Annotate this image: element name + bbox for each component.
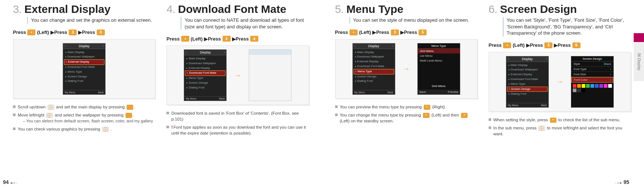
soft-key-icon: • <box>503 42 511 48</box>
svg-point-3 <box>49 115 50 116</box>
section-title: Screen Design <box>500 4 577 15</box>
section-number: 5. <box>335 4 344 15</box>
keypad-key-icon: 5 <box>419 29 427 35</box>
arrow-icon: → <box>234 71 241 80</box>
bullets: Scroll up/down and set the main display … <box>13 104 155 132</box>
phone-screen: Display Main Display Download Wallpaper … <box>352 43 395 95</box>
screenshot-box: Display Main Display Download Wallpaper … <box>489 52 631 112</box>
bullets: Downloaded font is saved in 'Font Box' o… <box>166 110 309 136</box>
section-desc: You can set the style of menu displayed … <box>349 17 478 24</box>
svg-point-7 <box>541 128 542 129</box>
soft-key-icon: • <box>550 118 557 123</box>
bullets: You can preview the menu type by pressin… <box>335 104 478 124</box>
keypad-key-icon: 3 <box>223 36 231 42</box>
soft-key-icon: • <box>424 105 430 110</box>
soft-key-icon: • <box>27 29 35 35</box>
section-5: 5. Menu Type You can set the style of me… <box>330 4 483 188</box>
press-instructions: Press • (Left) ▶Press 3 ▶Press 4 <box>166 36 309 42</box>
keypad-key-icon: 3 <box>391 29 399 35</box>
section-desc: You can connect to NATE and download all… <box>180 17 309 30</box>
keypad-key-icon: 4 <box>250 36 258 42</box>
keypad-key-icon: 6 <box>572 42 581 48</box>
phone-screen-nate <box>249 49 292 101</box>
keypad-key-icon: 3 <box>69 29 77 35</box>
nav-icon <box>102 127 109 132</box>
warning-icon: ! <box>171 125 173 129</box>
section-number: 6. <box>489 4 497 15</box>
screenshot-box: Display Main Display Download Wallpaper … <box>13 39 155 99</box>
section-4: 4. Download Font Mate You can connect to… <box>161 4 314 188</box>
ok-key-icon <box>125 113 132 118</box>
nav-icon <box>538 126 545 131</box>
soft-key-icon: • <box>423 113 430 118</box>
soft-key-icon: • <box>181 36 189 42</box>
page-number-left: 94 <box>3 179 18 185</box>
side-tab: 06 Display <box>634 33 644 81</box>
nav-icon <box>48 105 54 110</box>
screenshot-box: Display Main Display Download Wallpaper … <box>335 39 478 99</box>
section-desc: You can set 'Style', 'Font Type', 'Font … <box>503 17 631 36</box>
press-instructions: Press • (Left) ▶Press 3 ▶Press 5 <box>335 29 478 35</box>
arrow-icon: → <box>556 77 564 86</box>
svg-point-1 <box>50 107 51 108</box>
phone-screen: Display Main Display Download Wallpaper … <box>506 56 549 108</box>
soft-key-icon: • <box>461 113 468 118</box>
section-6: 6. Screen Design You can set 'Style', 'F… <box>483 4 637 188</box>
section-3: 3. External Display You can change and s… <box>7 4 161 188</box>
svg-point-5 <box>105 129 106 130</box>
ok-key-icon <box>127 105 133 110</box>
soft-key-icon: • <box>349 29 358 35</box>
press-instructions: Press • (Left) ▶Press 3 ▶Press 3 <box>13 29 155 35</box>
section-desc: You can change and set the graphics on e… <box>27 17 155 24</box>
phone-screen-screendesign: Screen Design StyleBlack Font Type› Font… <box>571 56 614 108</box>
arrow-icon: → <box>403 65 410 73</box>
bullets: When setting the style, press • to check… <box>489 117 631 137</box>
section-number: 3. <box>13 4 21 15</box>
phone-screen-menutype: Menu Type Grid Menu List Menu Multi Leve… <box>417 43 460 95</box>
section-title: External Display <box>24 4 110 15</box>
page-number-right: 95 <box>614 179 629 185</box>
phone-screen: Display Main Display Download Wallpaper … <box>184 49 227 101</box>
press-instructions: Press • (Left) ▶Press 3 ▶Press 6 <box>489 42 631 48</box>
screenshot-box: Display Main Display Download Wallpaper … <box>166 45 309 105</box>
section-title: Menu Type <box>347 4 403 15</box>
phone-screen: Display Main Display Download Wallpaper … <box>63 43 106 95</box>
keypad-key-icon: 3 <box>544 42 552 48</box>
nav-icon <box>46 113 53 118</box>
section-title: Download Font Mate <box>178 4 286 15</box>
keypad-key-icon: 3 <box>97 29 105 35</box>
section-number: 4. <box>166 4 175 15</box>
